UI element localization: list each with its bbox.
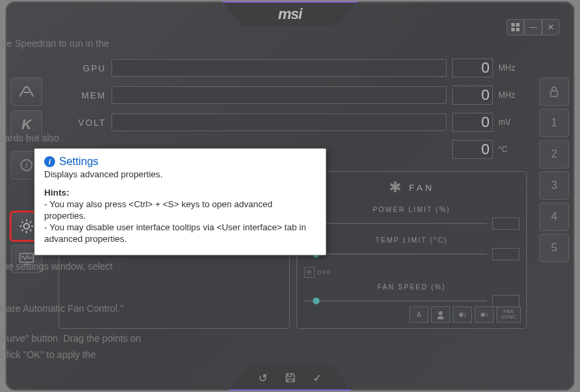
temp-limit-value[interactable] [492,248,519,260]
tooltip-title: Settings [59,156,99,168]
svg-line-11 [22,221,23,223]
gpu-unit: MHz [498,63,527,73]
profile-1-button[interactable]: 1 [539,109,569,137]
bg-text: cards but also [0,132,59,143]
close-button[interactable]: ✕ [542,19,560,35]
gpu-value: 0 [452,58,493,77]
profile-4-button[interactable]: 4 [539,202,569,231]
mem-unit: MHz [498,90,527,100]
volt-bar [112,113,447,131]
fan-bottom-icons: A ✱1 ✱2 FANSYNC [409,306,521,323]
fan-speed-label: FAN SPEED (%) [304,283,520,291]
svg-rect-0 [511,23,515,26]
profile-2-button[interactable]: 2 [539,140,569,168]
readouts: GPU 0 MHz MEM 0 MHz VOLT 0 mV 0 ° [58,57,527,160]
fan1-button[interactable]: ✱1 [453,306,472,323]
bg-text: the settings window, select [0,261,113,272]
lock-button[interactable] [539,77,569,106]
svg-rect-17 [551,91,558,96]
gpu-readout: GPU 0 MHz [58,57,527,79]
profile-3-button[interactable]: 3 [539,171,569,200]
tooltip-hints-label: Hints: [44,188,316,198]
right-sidebar: 1 2 3 4 5 [539,77,569,262]
apply-button[interactable]: ✓ [308,370,327,386]
minimize-button[interactable]: — [524,19,542,35]
bg-text: Curve" button. Drag the points on [0,333,141,344]
bg-text: ize Speedran to run in the [0,38,109,49]
mem-bar [112,86,447,104]
bottom-notch: ↺ ✓ [229,366,352,391]
svg-line-12 [30,230,31,231]
user-button[interactable] [431,306,450,323]
fan-speed-slider[interactable] [304,300,488,302]
window-controls: — ✕ [507,19,560,35]
fan-sync-button[interactable]: FANSYNC [496,306,521,323]
save-button[interactable] [281,370,300,386]
info-icon: i [44,156,55,167]
tooltip-hint-2: - You may disable user interface tooltip… [44,222,316,245]
auto-icon: ⟳ [304,267,315,278]
svg-line-13 [22,230,23,231]
auto-label: OFF [318,269,332,276]
svg-rect-2 [511,28,515,31]
volt-readout: VOLT 0 mV [58,111,527,133]
gpu-label: GPU [58,63,106,73]
svg-point-6 [24,224,29,229]
fan-panel: ✱ FAN POWER LIMIT (%) TEMP LIMIT (°C) [296,171,528,329]
tooltip-desc: Displays advanced properties. [44,169,316,179]
auto-a-button[interactable]: A [409,306,428,323]
power-limit-value[interactable] [492,217,519,230]
volt-value: 0 [452,113,493,132]
fan-speed-value[interactable] [492,295,519,307]
gpu-bar [112,59,447,77]
fan-auto-toggle[interactable]: ⟳ OFF [304,267,520,278]
gaming-mode-button[interactable] [11,77,42,106]
power-limit-label: POWER LIMIT (%) [304,206,520,213]
temp-unit: °C [498,145,527,154]
volt-label: VOLT [58,118,106,128]
bg-text: ware Automatic Fan Control." [0,303,124,314]
svg-line-14 [30,221,31,223]
svg-rect-1 [516,23,519,26]
fan-icon: ✱ [389,179,404,196]
temp-limit-slider[interactable] [304,253,488,255]
power-limit-slider[interactable] [304,223,488,224]
bg-text: Click "OK" to apply the [0,349,96,360]
fan-panel-title: ✱ FAN [304,179,520,196]
fan2-button[interactable]: ✱2 [475,306,494,323]
msi-logo: msi [278,5,302,23]
temp-value: 0 [452,140,493,159]
volt-unit: mV [498,118,527,127]
svg-rect-3 [516,28,519,31]
windows-button[interactable] [507,19,524,35]
settings-tooltip: i Settings Displays advanced properties.… [34,148,326,255]
temp-readout: 0 °C [405,139,527,160]
tooltip-hint-1: - You may also press <Ctrl> + <S> keys t… [44,199,316,222]
reset-button[interactable]: ↺ [254,370,273,386]
svg-text:i: i [26,161,28,169]
mem-readout: MEM 0 MHz [58,84,527,106]
temp-limit-label: TEMP LIMIT (°C) [304,236,520,244]
mem-label: MEM [58,90,106,101]
svg-point-18 [439,311,443,315]
mem-value: 0 [452,86,493,105]
top-notch: msi [222,1,358,26]
profile-5-button[interactable]: 5 [539,234,569,262]
